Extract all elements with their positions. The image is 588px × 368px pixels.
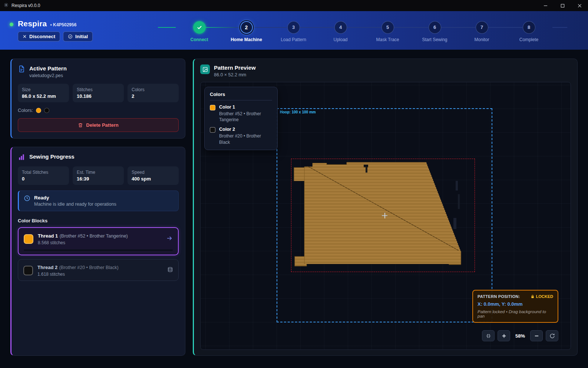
color-dot-1 <box>36 108 41 113</box>
delete-pattern-label: Delete Pattern <box>86 122 118 128</box>
step-label: Connect <box>191 37 208 42</box>
clock-icon <box>24 195 30 202</box>
thread-progress-track <box>24 249 173 251</box>
step-number: 2 <box>240 21 253 34</box>
legend-color-detail: Brother #20 • Brother Black <box>219 133 272 145</box>
step-monitor[interactable]: 7 Monitor <box>458 21 505 42</box>
connection-status-dot <box>10 23 13 26</box>
colors-legend-title: Colors <box>210 92 272 100</box>
position-hint: Pattern locked • Drag background to pan <box>478 309 553 318</box>
crosshair-icon <box>382 213 387 218</box>
thread-detail: (Brother #52 • Brother Tangerine) <box>60 233 128 239</box>
stat-value: 2 <box>132 93 175 99</box>
step-label: Home Machine <box>231 37 262 42</box>
left-column: Active Pattern valetudogv2.pes Size 86.0… <box>10 59 185 356</box>
close-icon <box>578 4 582 8</box>
check-icon <box>196 24 202 30</box>
stat-value: 16:39 <box>77 176 120 182</box>
app-icon <box>4 2 9 9</box>
legend-item-color2: Color 2 Brother #20 • Brother Black <box>210 127 272 145</box>
header-brand-block: Respira • K4P502956 Disconnect Initial <box>10 19 158 42</box>
minimize-button[interactable] <box>537 0 554 11</box>
machine-serial: • K4P502956 <box>50 22 76 27</box>
stat-speed: Speed 400 spm <box>128 166 179 185</box>
stat-total-stitches: Total Stitches 0 <box>18 166 69 185</box>
plus-icon <box>502 334 506 338</box>
refresh-icon <box>549 333 555 339</box>
step-label: Monitor <box>474 37 489 42</box>
thread-block-2[interactable]: Thread 2 (Brother #20 • Brother Black) 1… <box>18 259 179 281</box>
close-button[interactable] <box>571 0 588 11</box>
check-circle-icon <box>68 34 73 39</box>
step-number: 5 <box>381 21 394 34</box>
color-blocks-heading: Color Blocks <box>18 218 179 223</box>
minus-icon <box>534 334 539 338</box>
layers-icon <box>167 267 173 274</box>
step-number: 3 <box>287 21 300 34</box>
thread-swatch <box>24 234 33 244</box>
lock-icon <box>531 295 535 299</box>
fit-view-button[interactable] <box>482 330 495 341</box>
maximize-button[interactable] <box>554 0 571 11</box>
machine-status-box: Ready Machine is idle and ready for oper… <box>18 190 179 211</box>
bar-chart-icon <box>18 153 25 161</box>
thread-name: Thread 1 <box>38 233 58 239</box>
preview-canvas[interactable]: Colors Color 1 Brother #52 • Brother Tan… <box>200 82 571 350</box>
reset-view-button[interactable] <box>546 330 558 341</box>
stat-label: Speed <box>132 170 175 175</box>
main-content: Active Pattern valetudogv2.pes Size 86.0… <box>0 50 588 368</box>
stepper-lead-line <box>158 27 176 28</box>
initial-button[interactable]: Initial <box>63 32 93 42</box>
preview-dimensions: 86.0 × 52.2 mm <box>214 72 256 77</box>
file-icon <box>18 65 25 73</box>
zoom-out-button[interactable] <box>530 330 543 341</box>
stepper-tail-line <box>552 27 567 28</box>
zoom-controls: 58% <box>482 330 558 341</box>
legend-swatch <box>210 105 215 110</box>
disconnect-button[interactable]: Disconnect <box>18 32 60 42</box>
step-label: Mask Trace <box>376 37 399 42</box>
step-label: Load Pattern <box>281 37 306 42</box>
stat-label: Stitches <box>77 87 120 92</box>
titlebar: Respira v0.0.0 <box>0 0 588 11</box>
status-title: Ready <box>34 195 116 200</box>
delete-pattern-button[interactable]: Delete Pattern <box>18 118 179 132</box>
step-label: Start Sewing <box>422 37 447 42</box>
minimize-icon <box>544 4 548 8</box>
step-connect[interactable]: Connect <box>176 21 223 42</box>
position-coords: X: 0.0mm, Y: 0.0mm <box>478 301 553 307</box>
trash-icon <box>78 123 83 128</box>
maximize-icon <box>561 4 565 8</box>
app-header: Respira • K4P502956 Disconnect Initial <box>0 11 588 50</box>
stat-value: 86.0 x 52.2 mm <box>22 93 65 99</box>
window-controls <box>537 0 588 11</box>
step-start-sewing[interactable]: 6 Start Sewing <box>411 21 458 42</box>
close-x-icon <box>23 34 27 39</box>
legend-color-name: Color 1 <box>219 105 272 110</box>
zoom-in-button[interactable] <box>498 330 510 341</box>
step-load-pattern[interactable]: 3 Load Pattern <box>270 21 317 42</box>
step-mask-trace[interactable]: 5 Mask Trace <box>364 21 411 42</box>
initial-label: Initial <box>75 34 88 39</box>
step-home-machine[interactable]: 2 Home Machine <box>223 21 270 42</box>
status-message: Machine is idle and ready for operations <box>34 202 116 207</box>
preview-title: Pattern Preview <box>214 64 256 71</box>
stat-label: Colors <box>132 87 175 92</box>
legend-swatch <box>210 127 215 133</box>
zoom-level: 58% <box>513 333 527 339</box>
sewing-progress-card: Sewing Progress Total Stitches 0 Est. Ti… <box>10 147 185 356</box>
locked-label: LOCKED <box>536 294 553 299</box>
step-upload[interactable]: 4 Upload <box>317 21 364 42</box>
legend-item-color1: Color 1 Brother #52 • Brother Tangerine <box>210 105 272 123</box>
step-number: 7 <box>476 21 488 34</box>
stat-est-time: Est. Time 16:39 <box>73 166 124 185</box>
pattern-position-overlay: PATTERN POSITION: LOCKED X: 0.0mm, Y: 0.… <box>472 290 558 323</box>
brand-title: Respira <box>18 19 47 28</box>
stat-label: Total Stitches <box>22 170 65 175</box>
step-complete[interactable]: 8 Complete <box>505 21 552 42</box>
stat-label: Est. Time <box>77 170 120 175</box>
stat-size: Size 86.0 x 52.2 mm <box>18 84 69 102</box>
thread-block-1[interactable]: Thread 1 (Brother #52 • Brother Tangerin… <box>18 227 179 255</box>
thread-swatch <box>23 266 33 275</box>
step-label: Complete <box>519 37 538 42</box>
